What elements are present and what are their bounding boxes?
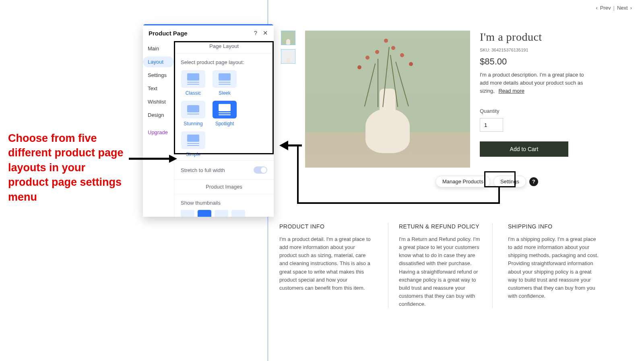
help-icon[interactable]: ?: [254, 29, 257, 37]
thumbnail-position-options: [174, 207, 274, 217]
chevron-right-icon: ›: [630, 5, 632, 11]
tab-wishlist[interactable]: Wishlist: [143, 96, 174, 107]
tab-design[interactable]: Design: [143, 110, 174, 120]
product-details: I'm a product SKU: 364215376135191 $85.0…: [480, 31, 584, 168]
manage-products-button[interactable]: Manage Products: [436, 176, 490, 187]
stretch-toggle[interactable]: [254, 166, 267, 174]
col-text: I'm a shipping policy. I'm a great place…: [508, 235, 601, 300]
quantity-label: Quantity: [480, 108, 584, 114]
help-icon[interactable]: ?: [529, 177, 538, 186]
divider: |: [613, 5, 615, 11]
layout-option-spotlight[interactable]: Spotlight: [211, 101, 238, 127]
product-page-settings-panel: Product Page ? ✕ Main Layout Settings Te…: [143, 24, 274, 217]
layout-option-sleek[interactable]: Sleek: [211, 70, 238, 96]
thumb-option-3[interactable]: [215, 210, 228, 217]
col-text: I'm a Return and Refund policy. I'm a gr…: [399, 235, 482, 308]
layout-label: Stunning: [184, 121, 202, 127]
layout-label: Classic: [186, 90, 201, 96]
tab-upgrade[interactable]: Upgrade: [143, 127, 174, 138]
product-info-col: PRODUCT INFO I'm a product detail. I'm a…: [279, 223, 373, 308]
desc-text: I'm a product description. I'm a great p…: [480, 72, 584, 94]
col-heading: RETURN & REFUND POLICY: [399, 223, 482, 230]
product-description: I'm a product description. I'm a great p…: [480, 71, 584, 95]
select-layout-label: Select product page layout:: [174, 54, 274, 67]
prev-link[interactable]: Prev: [600, 5, 611, 11]
svg-marker-2: [279, 141, 288, 150]
return-policy-col: RETURN & REFUND POLICY I'm a Return and …: [388, 223, 493, 308]
section-page-layout: Page Layout: [174, 39, 274, 54]
svg-marker-1: [169, 155, 177, 163]
layout-option-simple[interactable]: Simple: [180, 131, 206, 157]
arrow-right-icon: [129, 153, 177, 164]
annotation-text: Choose from five different product page …: [8, 131, 129, 204]
product-action-chips: Manage Products Settings ?: [436, 176, 538, 187]
layout-label: Spotlight: [215, 121, 234, 127]
layout-option-classic[interactable]: Classic: [180, 70, 206, 96]
product-price: $85.00: [480, 56, 584, 67]
layout-options: Classic Sleek Stunning Spotlight Simple: [174, 67, 274, 160]
next-link[interactable]: Next: [617, 5, 628, 11]
product-info-columns: PRODUCT INFO I'm a product detail. I'm a…: [279, 223, 601, 308]
stretch-label: Stretch to full width: [181, 167, 225, 173]
close-icon[interactable]: ✕: [263, 29, 268, 37]
col-heading: SHIPPING INFO: [508, 223, 601, 230]
add-to-cart-button[interactable]: Add to Cart: [480, 141, 568, 157]
prev-next-nav: ‹ Prev | Next ›: [596, 5, 632, 11]
read-more-link[interactable]: Read more: [498, 87, 524, 95]
tab-settings[interactable]: Settings: [143, 70, 174, 81]
layout-label: Simple: [186, 151, 201, 157]
settings-button[interactable]: Settings: [493, 176, 526, 187]
tab-main[interactable]: Main: [143, 43, 174, 54]
product-display: I'm a product SKU: 364215376135191 $85.0…: [281, 31, 584, 168]
thumbnail-2[interactable]: [281, 49, 295, 64]
thumb-option-4[interactable]: [231, 210, 245, 217]
show-thumbs-label: Show thumbnails: [174, 194, 274, 207]
layout-label: Sleek: [219, 90, 231, 96]
arrow-left-icon: [279, 139, 302, 151]
thumb-option-2[interactable]: [198, 210, 211, 217]
col-text: I'm a product detail. I'm a great place …: [279, 235, 373, 292]
quantity-input[interactable]: [480, 118, 503, 132]
tab-text[interactable]: Text: [143, 83, 174, 94]
col-heading: PRODUCT INFO: [279, 223, 373, 230]
product-main-image[interactable]: [305, 31, 470, 168]
chevron-left-icon: ‹: [596, 5, 597, 11]
thumb-option-1[interactable]: [181, 210, 194, 217]
product-title: I'm a product: [480, 31, 584, 44]
thumbnail-1[interactable]: [281, 31, 295, 45]
tab-layout[interactable]: Layout: [143, 56, 174, 67]
section-product-images: Product Images: [174, 180, 274, 194]
layout-option-stunning[interactable]: Stunning: [180, 101, 206, 127]
panel-title: Product Page: [149, 30, 188, 37]
panel-tabs: Main Layout Settings Text Wishlist Desig…: [143, 39, 174, 217]
shipping-info-col: SHIPPING INFO I'm a shipping policy. I'm…: [508, 223, 601, 308]
product-sku: SKU: 364215376135191: [480, 48, 584, 52]
